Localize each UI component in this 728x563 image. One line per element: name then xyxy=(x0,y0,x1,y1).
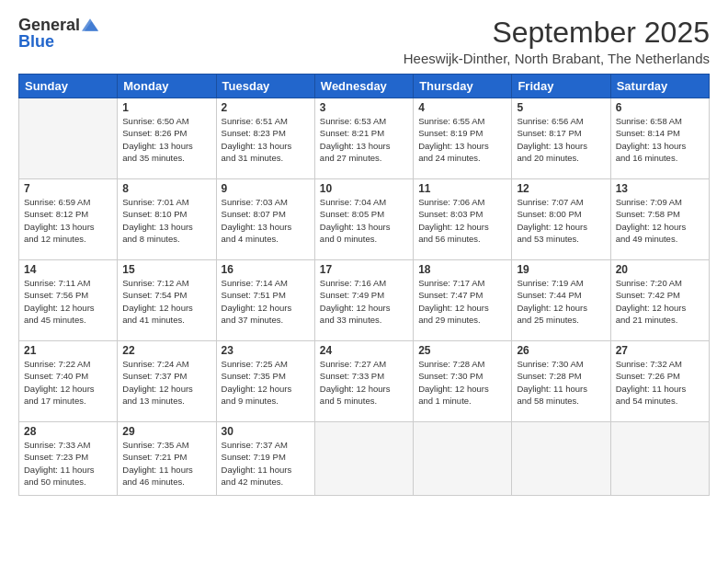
week-row-0: 1Sunrise: 6:50 AMSunset: 8:26 PMDaylight… xyxy=(19,98,710,179)
day-cell: 11Sunrise: 7:06 AMSunset: 8:03 PMDayligh… xyxy=(414,179,512,260)
day-number: 11 xyxy=(418,182,506,195)
day-info: Sunrise: 7:19 AMSunset: 7:44 PMDaylight:… xyxy=(517,277,605,326)
day-cell: 10Sunrise: 7:04 AMSunset: 8:05 PMDayligh… xyxy=(314,179,413,260)
day-info: Sunrise: 7:12 AMSunset: 7:54 PMDaylight:… xyxy=(122,277,210,326)
day-info: Sunrise: 6:50 AMSunset: 8:26 PMDaylight:… xyxy=(122,115,210,164)
day-cell: 5Sunrise: 6:56 AMSunset: 8:17 PMDaylight… xyxy=(512,98,610,179)
day-info: Sunrise: 7:16 AMSunset: 7:49 PMDaylight:… xyxy=(320,277,408,326)
day-cell xyxy=(512,422,610,496)
day-info: Sunrise: 7:09 AMSunset: 7:58 PMDaylight:… xyxy=(616,196,704,245)
day-number: 21 xyxy=(24,344,112,357)
day-number: 8 xyxy=(122,182,210,195)
logo-icon xyxy=(82,18,98,31)
day-cell: 25Sunrise: 7:28 AMSunset: 7:30 PMDayligh… xyxy=(414,341,512,422)
day-cell: 29Sunrise: 7:35 AMSunset: 7:21 PMDayligh… xyxy=(118,422,216,496)
day-info: Sunrise: 7:37 AMSunset: 7:19 PMDaylight:… xyxy=(222,439,310,488)
day-info: Sunrise: 6:56 AMSunset: 8:17 PMDaylight:… xyxy=(517,115,605,164)
day-number: 24 xyxy=(320,344,408,357)
day-info: Sunrise: 7:30 AMSunset: 7:28 PMDaylight:… xyxy=(517,358,605,407)
header-sunday: Sunday xyxy=(19,75,118,98)
day-info: Sunrise: 7:24 AMSunset: 7:37 PMDaylight:… xyxy=(122,358,210,407)
day-cell: 9Sunrise: 7:03 AMSunset: 8:07 PMDaylight… xyxy=(216,179,314,260)
day-info: Sunrise: 7:22 AMSunset: 7:40 PMDaylight:… xyxy=(24,358,112,407)
day-info: Sunrise: 7:35 AMSunset: 7:21 PMDaylight:… xyxy=(122,439,210,488)
day-cell: 2Sunrise: 6:51 AMSunset: 8:23 PMDaylight… xyxy=(216,98,314,179)
day-number: 3 xyxy=(320,101,408,114)
logo-blue: Blue xyxy=(18,33,54,50)
day-cell: 24Sunrise: 7:27 AMSunset: 7:33 PMDayligh… xyxy=(314,341,413,422)
header-wednesday: Wednesday xyxy=(314,75,413,98)
day-number: 25 xyxy=(418,344,506,357)
header-thursday: Thursday xyxy=(414,75,512,98)
day-cell: 12Sunrise: 7:07 AMSunset: 8:00 PMDayligh… xyxy=(512,179,610,260)
day-cell: 7Sunrise: 6:59 AMSunset: 8:12 PMDaylight… xyxy=(19,179,118,260)
day-number: 18 xyxy=(418,263,506,276)
day-number: 28 xyxy=(24,425,112,438)
day-cell: 18Sunrise: 7:17 AMSunset: 7:47 PMDayligh… xyxy=(414,260,512,341)
day-info: Sunrise: 7:06 AMSunset: 8:03 PMDaylight:… xyxy=(418,196,506,245)
day-number: 14 xyxy=(24,263,112,276)
header: General Blue September 2025 Heeswijk-Din… xyxy=(18,17,710,66)
day-cell: 16Sunrise: 7:14 AMSunset: 7:51 PMDayligh… xyxy=(216,260,314,341)
day-info: Sunrise: 7:04 AMSunset: 8:05 PMDaylight:… xyxy=(320,196,408,245)
day-info: Sunrise: 7:32 AMSunset: 7:26 PMDaylight:… xyxy=(616,358,704,407)
day-cell: 30Sunrise: 7:37 AMSunset: 7:19 PMDayligh… xyxy=(216,422,314,496)
day-number: 15 xyxy=(122,263,210,276)
day-info: Sunrise: 7:01 AMSunset: 8:10 PMDaylight:… xyxy=(122,196,210,245)
day-cell: 21Sunrise: 7:22 AMSunset: 7:40 PMDayligh… xyxy=(19,341,118,422)
day-cell xyxy=(314,422,413,496)
location-title: Heeswijk-Dinther, North Brabant, The Net… xyxy=(404,51,710,66)
day-number: 9 xyxy=(222,182,310,195)
logo-general: General xyxy=(18,17,80,33)
week-row-4: 28Sunrise: 7:33 AMSunset: 7:23 PMDayligh… xyxy=(19,422,710,496)
day-number: 12 xyxy=(517,182,605,195)
day-cell: 27Sunrise: 7:32 AMSunset: 7:26 PMDayligh… xyxy=(610,341,709,422)
day-cell: 22Sunrise: 7:24 AMSunset: 7:37 PMDayligh… xyxy=(118,341,216,422)
day-number: 29 xyxy=(122,425,210,438)
header-tuesday: Tuesday xyxy=(216,75,314,98)
day-number: 27 xyxy=(616,344,704,357)
calendar: SundayMondayTuesdayWednesdayThursdayFrid… xyxy=(18,74,710,496)
header-saturday: Saturday xyxy=(610,75,709,98)
day-number: 30 xyxy=(222,425,310,438)
day-info: Sunrise: 7:28 AMSunset: 7:30 PMDaylight:… xyxy=(418,358,506,407)
day-number: 5 xyxy=(517,101,605,114)
day-number: 4 xyxy=(418,101,506,114)
day-number: 17 xyxy=(320,263,408,276)
day-info: Sunrise: 6:58 AMSunset: 8:14 PMDaylight:… xyxy=(616,115,704,164)
day-cell: 8Sunrise: 7:01 AMSunset: 8:10 PMDaylight… xyxy=(118,179,216,260)
day-cell xyxy=(610,422,709,496)
day-cell: 26Sunrise: 7:30 AMSunset: 7:28 PMDayligh… xyxy=(512,341,610,422)
day-info: Sunrise: 6:55 AMSunset: 8:19 PMDaylight:… xyxy=(418,115,506,164)
logo: General Blue xyxy=(18,17,98,50)
day-cell: 13Sunrise: 7:09 AMSunset: 7:58 PMDayligh… xyxy=(610,179,709,260)
day-cell: 17Sunrise: 7:16 AMSunset: 7:49 PMDayligh… xyxy=(314,260,413,341)
day-cell: 20Sunrise: 7:20 AMSunset: 7:42 PMDayligh… xyxy=(610,260,709,341)
day-number: 23 xyxy=(222,344,310,357)
week-row-2: 14Sunrise: 7:11 AMSunset: 7:56 PMDayligh… xyxy=(19,260,710,341)
header-row: SundayMondayTuesdayWednesdayThursdayFrid… xyxy=(19,75,710,98)
day-info: Sunrise: 7:07 AMSunset: 8:00 PMDaylight:… xyxy=(517,196,605,245)
header-friday: Friday xyxy=(512,75,610,98)
day-info: Sunrise: 7:11 AMSunset: 7:56 PMDaylight:… xyxy=(24,277,112,326)
day-number: 20 xyxy=(616,263,704,276)
day-info: Sunrise: 6:51 AMSunset: 8:23 PMDaylight:… xyxy=(222,115,310,164)
day-cell: 19Sunrise: 7:19 AMSunset: 7:44 PMDayligh… xyxy=(512,260,610,341)
day-info: Sunrise: 7:03 AMSunset: 8:07 PMDaylight:… xyxy=(222,196,310,245)
day-cell xyxy=(414,422,512,496)
day-number: 16 xyxy=(222,263,310,276)
day-info: Sunrise: 7:33 AMSunset: 7:23 PMDaylight:… xyxy=(24,439,112,488)
day-number: 2 xyxy=(222,101,310,114)
day-info: Sunrise: 7:20 AMSunset: 7:42 PMDaylight:… xyxy=(616,277,704,326)
header-monday: Monday xyxy=(118,75,216,98)
day-info: Sunrise: 7:17 AMSunset: 7:47 PMDaylight:… xyxy=(418,277,506,326)
day-info: Sunrise: 7:25 AMSunset: 7:35 PMDaylight:… xyxy=(222,358,310,407)
day-number: 13 xyxy=(616,182,704,195)
day-number: 19 xyxy=(517,263,605,276)
day-cell: 15Sunrise: 7:12 AMSunset: 7:54 PMDayligh… xyxy=(118,260,216,341)
day-number: 7 xyxy=(24,182,112,195)
title-block: September 2025 Heeswijk-Dinther, North B… xyxy=(404,17,710,66)
day-cell: 1Sunrise: 6:50 AMSunset: 8:26 PMDaylight… xyxy=(118,98,216,179)
day-number: 26 xyxy=(517,344,605,357)
week-row-1: 7Sunrise: 6:59 AMSunset: 8:12 PMDaylight… xyxy=(19,179,710,260)
